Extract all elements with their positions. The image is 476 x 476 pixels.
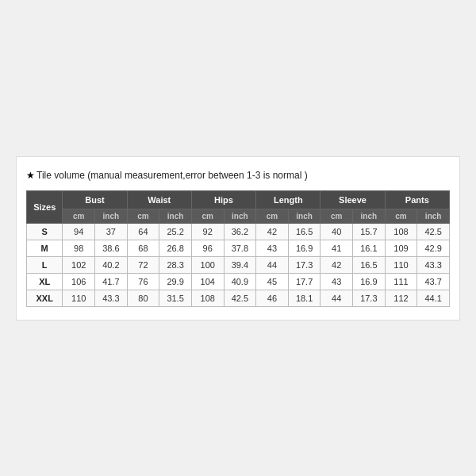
cell-hips-inch: 37.8 — [224, 240, 256, 256]
cell-sleeve-cm: 42 — [321, 256, 353, 273]
cell-hips-inch: 36.2 — [224, 223, 256, 240]
col-header-waist: Waist — [127, 190, 191, 209]
unit-bust-inch: inch — [95, 209, 128, 223]
unit-hips-inch: inch — [224, 209, 256, 223]
cell-bust-inch: 41.7 — [95, 273, 128, 290]
cell-hips-inch: 40.9 — [224, 273, 256, 290]
unit-bust-cm: cm — [63, 209, 95, 223]
cell-pants-cm: 112 — [385, 290, 417, 306]
cell-waist-inch: 28.3 — [159, 256, 192, 273]
cell-sleeve-inch: 17.3 — [353, 290, 386, 306]
cell-pants-inch: 44.1 — [417, 290, 450, 306]
cell-bust-cm: 102 — [63, 256, 95, 273]
cell-len-cm: 43 — [256, 240, 289, 256]
cell-bust-cm: 106 — [63, 273, 95, 290]
cell-bust-cm: 110 — [63, 290, 95, 306]
cell-pants-inch: 42.5 — [417, 223, 450, 240]
cell-size: L — [27, 256, 63, 273]
cell-len-inch: 16.5 — [288, 223, 321, 240]
cell-hips-inch: 39.4 — [224, 256, 256, 273]
cell-size: M — [27, 240, 63, 256]
cell-waist-inch: 25.2 — [159, 223, 192, 240]
unit-waist-inch: inch — [159, 209, 192, 223]
cell-size: XXL — [27, 290, 63, 306]
unit-len-cm: cm — [256, 209, 289, 223]
cell-sleeve-cm: 43 — [321, 273, 353, 290]
cell-bust-inch: 38.6 — [95, 240, 128, 256]
cell-pants-inch: 42.9 — [417, 240, 450, 256]
cell-waist-inch: 31.5 — [159, 290, 192, 306]
cell-hips-cm: 92 — [191, 223, 224, 240]
cell-sleeve-inch: 16.9 — [353, 273, 386, 290]
col-header-length: Length — [256, 190, 321, 209]
measurement-note: ★Tile volume (manual measurement,error b… — [26, 170, 450, 181]
main-container: ★Tile volume (manual measurement,error b… — [16, 156, 460, 321]
col-header-hips: Hips — [191, 190, 255, 209]
cell-pants-cm: 111 — [385, 273, 417, 290]
cell-bust-cm: 94 — [63, 223, 95, 240]
cell-waist-cm: 64 — [127, 223, 159, 240]
cell-waist-inch: 29.9 — [159, 273, 192, 290]
cell-waist-cm: 80 — [127, 290, 159, 306]
unit-hips-cm: cm — [191, 209, 224, 223]
unit-row: cm inch cm inch cm inch cm inch cm inch … — [27, 209, 450, 223]
cell-size: S — [27, 223, 63, 240]
cell-len-inch: 17.7 — [288, 273, 321, 290]
cell-bust-inch: 40.2 — [95, 256, 128, 273]
unit-pants-cm: cm — [385, 209, 417, 223]
cell-sleeve-cm: 40 — [321, 223, 353, 240]
cell-pants-cm: 109 — [385, 240, 417, 256]
table-row: S94376425.29236.24216.54015.710842.5 — [27, 223, 450, 240]
cell-waist-inch: 26.8 — [159, 240, 192, 256]
cell-len-inch: 18.1 — [288, 290, 321, 306]
col-header-sleeve: Sleeve — [321, 190, 385, 209]
cell-len-cm: 42 — [256, 223, 289, 240]
col-header-sizes: Sizes — [27, 190, 63, 223]
cell-waist-cm: 68 — [127, 240, 159, 256]
cell-size: XL — [27, 273, 63, 290]
table-row: L10240.27228.310039.44417.34216.511043.3 — [27, 256, 450, 273]
cell-hips-inch: 42.5 — [224, 290, 256, 306]
cell-sleeve-inch: 16.5 — [353, 256, 386, 273]
cell-pants-inch: 43.7 — [417, 273, 450, 290]
header-row: Sizes Bust Waist Hips Length Sleeve Pant… — [27, 190, 450, 209]
cell-len-cm: 45 — [256, 273, 289, 290]
cell-sleeve-inch: 16.1 — [353, 240, 386, 256]
cell-hips-cm: 104 — [191, 273, 224, 290]
cell-bust-inch: 37 — [95, 223, 128, 240]
cell-len-inch: 17.3 — [288, 256, 321, 273]
cell-pants-cm: 108 — [385, 223, 417, 240]
cell-bust-cm: 98 — [63, 240, 95, 256]
size-table: Sizes Bust Waist Hips Length Sleeve Pant… — [26, 190, 450, 307]
unit-pants-inch: inch — [417, 209, 450, 223]
cell-waist-cm: 76 — [127, 273, 159, 290]
unit-sleeve-cm: cm — [321, 209, 353, 223]
cell-pants-inch: 43.3 — [417, 256, 450, 273]
col-header-bust: Bust — [63, 190, 127, 209]
table-row: XXL11043.38031.510842.54618.14417.311244… — [27, 290, 450, 306]
cell-len-cm: 46 — [256, 290, 289, 306]
cell-waist-cm: 72 — [127, 256, 159, 273]
note-text: Tile volume (manual measurement,error be… — [36, 170, 308, 181]
table-row: M9838.66826.89637.84316.94116.110942.9 — [27, 240, 450, 256]
cell-len-cm: 44 — [256, 256, 289, 273]
table-body: S94376425.29236.24216.54015.710842.5M983… — [27, 223, 450, 306]
unit-waist-cm: cm — [127, 209, 159, 223]
cell-hips-cm: 100 — [191, 256, 224, 273]
cell-pants-cm: 110 — [385, 256, 417, 273]
col-header-pants: Pants — [385, 190, 449, 209]
star-icon: ★ — [26, 170, 35, 181]
table-row: XL10641.77629.910440.94517.74316.911143.… — [27, 273, 450, 290]
unit-len-inch: inch — [288, 209, 321, 223]
cell-hips-cm: 96 — [191, 240, 224, 256]
cell-bust-inch: 43.3 — [95, 290, 128, 306]
cell-sleeve-cm: 44 — [321, 290, 353, 306]
unit-sleeve-inch: inch — [353, 209, 386, 223]
cell-sleeve-inch: 15.7 — [353, 223, 386, 240]
cell-hips-cm: 108 — [191, 290, 224, 306]
cell-len-inch: 16.9 — [288, 240, 321, 256]
cell-sleeve-cm: 41 — [321, 240, 353, 256]
